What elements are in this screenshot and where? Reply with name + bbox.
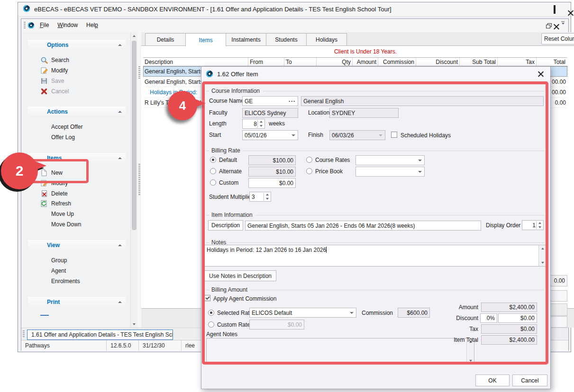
course-rates-radio[interactable] <box>306 157 312 163</box>
menu-window[interactable]: Window <box>54 20 81 30</box>
sidebar-item-accept-offer[interactable]: Accept Offer <box>51 122 82 132</box>
splitter-grip[interactable] <box>138 164 140 195</box>
student-multiplier-stepper[interactable]: 3 <box>249 192 271 202</box>
collapse-arrow-icon[interactable] <box>118 44 122 46</box>
alternate-rate-radio[interactable] <box>210 168 216 174</box>
reset-columns-button[interactable]: Reset Columns <box>541 33 574 45</box>
notes-textarea[interactable]: Holidays in Period: 12 Jan 2026 to 16 Ja… <box>204 245 547 267</box>
sidebar-scrollbar[interactable] <box>130 32 137 328</box>
tab-students[interactable]: Students <box>266 33 307 45</box>
stepper-arrows-icon[interactable] <box>536 221 543 229</box>
agent-notes-textarea[interactable] <box>206 338 474 365</box>
discount-percent-field[interactable]: 0% <box>480 313 497 323</box>
column-header-qty[interactable]: Qty <box>317 58 353 66</box>
bar-grip[interactable] <box>23 330 25 338</box>
sidebar-item-agent[interactable]: Agent <box>51 266 66 276</box>
scroll-up-icon[interactable] <box>131 32 137 39</box>
tab-holidays[interactable]: Holidays <box>306 33 347 45</box>
sidebar-item-modify-item[interactable]: Modify <box>40 178 68 188</box>
sidebar-item-move-up[interactable]: Move Up <box>51 209 74 219</box>
column-header-discount[interactable]: Discount <box>416 58 460 66</box>
price-book-radio[interactable] <box>306 168 312 174</box>
description-button[interactable]: Description <box>208 220 243 231</box>
length-stepper[interactable]: 8 <box>242 119 265 129</box>
section-course-information: Course Information <box>206 88 545 94</box>
sidebar-section-view[interactable]: View <box>28 240 126 250</box>
agent-notes-label: Agent Notes <box>206 331 237 338</box>
sidebar-item-modify[interactable]: Modify <box>40 66 68 75</box>
column-header-total[interactable]: Total <box>537 58 567 66</box>
selected-rate-combo[interactable]: ELICOS Default <box>249 308 356 318</box>
tab-items[interactable]: Items <box>185 33 226 46</box>
stepper-arrows-icon[interactable] <box>257 120 264 128</box>
discount-field[interactable]: $0.00 <box>498 313 537 323</box>
column-header-commission[interactable]: Commission <box>378 58 416 66</box>
menu-help[interactable]: Help <box>83 20 101 30</box>
dropdown-arrow-icon[interactable] <box>290 131 297 139</box>
dropdown-arrow-icon[interactable] <box>416 156 424 164</box>
collapse-arrow-icon[interactable] <box>118 244 122 246</box>
scroll-down-icon[interactable] <box>131 321 137 328</box>
custom-rate-field-billing[interactable]: $0.00 <box>248 178 296 188</box>
course-code-field[interactable]: GE ··· <box>242 96 298 106</box>
course-rates-combo[interactable] <box>355 155 425 165</box>
sidebar-item-move-down[interactable]: Move Down <box>51 220 81 229</box>
use-notes-in-description-button[interactable]: Use Notes in Description <box>204 270 276 281</box>
collapse-arrow-icon[interactable] <box>118 157 122 159</box>
custom-rate-radio[interactable] <box>208 321 214 328</box>
cancel-x-icon <box>40 88 48 95</box>
sidebar-item-refresh[interactable]: Refresh <box>40 199 71 208</box>
scheduled-holidays-checkbox[interactable] <box>391 132 397 138</box>
search-icon <box>40 56 48 64</box>
column-header-description[interactable]: Description <box>143 58 248 66</box>
sidebar-section-actions[interactable]: Actions <box>28 107 126 116</box>
notes-scrollbar[interactable] <box>538 245 546 266</box>
open-window-button[interactable]: 1.61 Offer and Application Details - TES… <box>27 330 173 340</box>
collapse-arrow-icon[interactable] <box>118 301 122 303</box>
column-header-subtotal[interactable]: Sub Total <box>460 58 498 66</box>
dropdown-arrow-icon[interactable] <box>348 309 355 317</box>
column-header-amount[interactable]: Amount <box>353 58 378 66</box>
start-date-combo[interactable]: 05/01/26 <box>242 130 298 140</box>
toolbar-options-chevron-icon[interactable] <box>561 21 565 25</box>
section-billing-amount: Billing Amount <box>206 286 545 293</box>
tab-details[interactable]: Details <box>145 33 186 45</box>
browse-ellipsis-button[interactable]: ··· <box>289 98 296 105</box>
toolbar-grip[interactable] <box>24 22 26 29</box>
sidebar-item-search[interactable]: Search <box>40 55 69 65</box>
column-header-from[interactable]: From <box>248 58 284 66</box>
column-header-tax[interactable]: Tax <box>498 58 537 66</box>
default-rate-radio[interactable] <box>210 157 216 163</box>
sidebar-item-enrolments[interactable]: Enrolments <box>51 276 80 286</box>
scroll-up-icon[interactable] <box>539 245 546 252</box>
apply-agent-commission-checkbox[interactable] <box>204 295 210 301</box>
selected-rate-radio[interactable] <box>208 310 214 316</box>
sidebar-section-options[interactable]: Options <box>28 40 126 50</box>
splitter-grip[interactable] <box>138 66 140 80</box>
sidebar-item-group[interactable]: Group <box>51 256 67 265</box>
ok-button[interactable]: OK <box>475 374 510 386</box>
sidebar-item-delete[interactable]: Delete <box>40 189 68 198</box>
collapse-arrow-icon[interactable] <box>118 111 122 113</box>
column-header-to[interactable]: To <box>284 58 317 66</box>
dropdown-arrow-icon[interactable] <box>416 168 424 176</box>
sidebar-item-offer-log[interactable]: Offer Log <box>51 133 75 142</box>
display-order-stepper[interactable]: 1 <box>522 220 544 230</box>
tab-instalments[interactable]: Instalments <box>226 33 266 45</box>
dialog-title-bar: 1.62 Offer Item <box>201 67 550 81</box>
sidebar-section-print[interactable]: Print <box>28 297 126 307</box>
dialog-close-icon[interactable] <box>538 71 546 78</box>
scroll-down-icon[interactable] <box>467 357 474 364</box>
item-description-field[interactable]: General English, Starts 05 Jan 2026 - En… <box>245 221 481 231</box>
custom-rate-radio-billing[interactable] <box>210 179 216 186</box>
commission-field: $600.00 <box>398 308 430 318</box>
maximize-icon[interactable] <box>554 6 556 13</box>
cancel-button[interactable]: Cancel <box>512 374 547 386</box>
section-title: View <box>28 242 60 249</box>
scroll-down-icon[interactable] <box>539 259 546 266</box>
price-book-label: Price Book <box>315 168 343 175</box>
stepper-arrows-icon[interactable] <box>264 193 270 201</box>
price-book-combo[interactable] <box>355 167 425 177</box>
scrollbar-thumb[interactable] <box>132 41 137 230</box>
menu-file[interactable]: File <box>36 20 52 30</box>
